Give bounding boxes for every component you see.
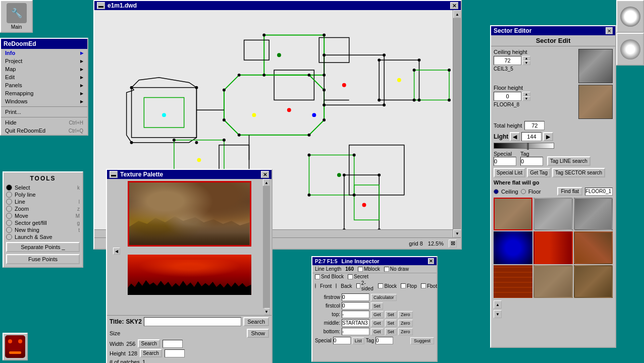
calculator-button[interactable]: Calculator [371,294,397,301]
floor-texture-thumbnail[interactable] [578,85,613,119]
tool-launch[interactable]: Launch & Save [6,234,80,240]
middle-set-button[interactable]: Set [385,320,397,327]
tool-zoom[interactable]: Zoom z [6,206,80,212]
middle-zero-button[interactable]: Zero [398,320,413,327]
texture-close-button[interactable]: ✕ [261,171,269,178]
top-zero-button[interactable]: Zero [398,311,413,318]
menu-item-edit[interactable]: Edit ▶ [1,73,87,81]
front-radio[interactable] [315,283,316,288]
texture-scrollbar-v[interactable]: ▲ ▼ [263,179,270,315]
ceiling-height-input[interactable] [494,56,521,65]
ceiling-increment-button[interactable]: ▲ [522,56,530,60]
floor-radio[interactable] [521,189,526,194]
separate-points-button[interactable]: Separate Points _ [6,242,80,252]
sector-scroll-up[interactable]: ▲ [494,300,502,309]
block-checkbox[interactable] [378,283,383,288]
flat-name-input[interactable] [585,188,613,196]
top-set-button[interactable]: Set [385,311,397,318]
secret-checkbox[interactable] [348,274,353,279]
bottom-icon[interactable] [3,333,28,360]
menu-item-windows[interactable]: Windows ▶ [1,97,87,105]
set-firstcol-button[interactable]: Set [371,302,383,310]
tex-scroll-track[interactable] [263,186,270,308]
sector-editor-close-button[interactable]: ✕ [606,27,613,34]
search-width-button[interactable]: Search [138,339,160,348]
tool-newthing[interactable]: New thing t [6,227,80,233]
sndblock-checkbox[interactable] [315,274,320,279]
flat-tile-4[interactable] [533,231,572,264]
firstrow-input[interactable] [342,293,369,301]
bottom-set-button[interactable]: Set [385,328,397,335]
special-input[interactable] [494,157,516,166]
tool-radio-move[interactable] [6,213,12,219]
flat-tile-8[interactable] [574,265,613,298]
tool-move[interactable]: Move M [6,213,80,219]
texture-image-bottom[interactable] [128,255,251,295]
map-close-button[interactable]: ✕ [450,2,458,9]
line-inspector-close-button[interactable]: ✕ [428,258,434,264]
light-slider[interactable] [494,143,554,149]
scroll-track-v[interactable] [453,18,461,229]
search-height-button[interactable]: Search [140,349,162,357]
texture-scroll-left[interactable]: ◀ [113,248,120,255]
light-right-button[interactable]: ▶ [543,132,553,141]
flat-tile-0[interactable] [494,198,532,230]
tool-radio-sector[interactable] [6,220,12,226]
flat-tile-1[interactable] [533,198,572,230]
flat-tile-5[interactable] [574,231,613,264]
menu-item-info[interactable]: Info ▶ [1,49,87,57]
sector-scroll-down[interactable]: ▼ [494,310,502,318]
nodraw-checkbox[interactable] [384,267,389,272]
tool-radio-select[interactable] [6,185,12,191]
li-suggest-button[interactable]: Suggest [410,337,434,344]
tool-sector[interactable]: Sector get/fill g [6,220,80,226]
middle-input[interactable] [342,319,369,327]
tool-radio-line[interactable] [6,199,12,205]
map-minimize-button[interactable]: ▬ [97,2,105,9]
tool-radio-polyline[interactable] [6,192,12,198]
li-list-button[interactable]: List [352,337,364,344]
menu-item-map[interactable]: Map ▶ [1,65,87,73]
fbot-checkbox[interactable] [421,283,426,288]
flat-tile-7[interactable] [533,265,572,298]
bottom-get-button[interactable]: Get [371,328,384,335]
menu-item-panels[interactable]: Panels ▶ [1,81,87,89]
top-input[interactable] [342,311,369,318]
bottom-input[interactable] [342,328,369,335]
twosided-checkbox[interactable] [356,283,360,288]
find-flat-button[interactable]: Find flat [557,187,582,196]
bottom-zero-button[interactable]: Zero [398,328,413,335]
special-list-button[interactable]: Special List [494,168,525,177]
tool-polyline[interactable]: Poly line [6,192,80,198]
light-value-input[interactable] [521,132,542,141]
li-tag-input[interactable] [375,337,393,344]
fuse-points-button[interactable]: Fuse Points [6,254,80,264]
main-icon[interactable]: 🔧 Main [0,0,33,33]
menu-item-project[interactable]: Project ▶ [1,57,87,65]
back-radio[interactable] [336,283,337,288]
tool-line[interactable]: Line l [6,199,80,205]
flat-tile-2[interactable] [574,198,613,230]
texture-image-selected[interactable] [128,181,251,247]
get-tag-button[interactable]: Get Tag [527,168,551,177]
ceiling-texture-thumbnail[interactable] [578,49,613,83]
ceiling-radio[interactable] [494,189,499,194]
texture-search-button[interactable]: Search [243,317,269,326]
texture-scrollbar-h[interactable] [107,308,264,315]
texture-minimize-button[interactable]: ▬ [110,171,118,178]
scroll-up-arrow[interactable]: ▲ [453,10,461,18]
menu-item-hide[interactable]: Hide Ctrl+H [1,118,87,127]
height-search-input[interactable] [165,349,185,357]
zoom-icon[interactable]: ⊠ [449,239,457,248]
tool-radio-newthing[interactable] [6,227,12,233]
middle-get-button[interactable]: Get [371,320,384,327]
ceiling-decrement-button[interactable]: ▼ [522,60,530,65]
floor-decrement-button[interactable]: ▼ [522,96,530,101]
scroll-down-arrow[interactable]: ▼ [453,229,461,237]
width-search-input[interactable] [163,340,183,348]
top-get-button[interactable]: Get [371,311,384,318]
tool-radio-zoom[interactable] [6,206,12,212]
flat-tile-6[interactable] [494,265,532,298]
tool-radio-launch[interactable] [6,234,12,240]
li-special-input[interactable] [333,337,351,344]
